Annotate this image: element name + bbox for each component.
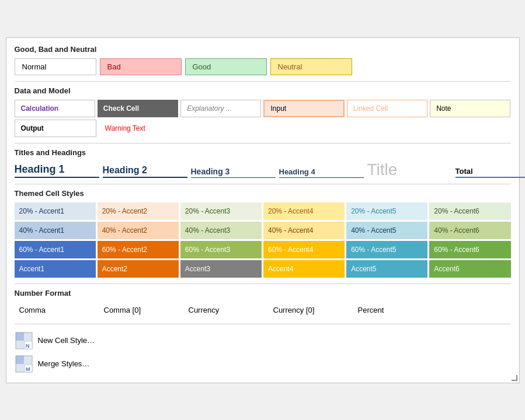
svg-text:N: N xyxy=(26,343,30,349)
accent3-40[interactable]: 40% - Accent3 xyxy=(180,222,262,239)
divider-1 xyxy=(15,81,511,82)
heading-4[interactable]: Heading 4 xyxy=(279,167,364,178)
themed-grid: 20% - Accent1 20% - Accent2 20% - Accent… xyxy=(15,202,511,278)
cell-linkedcell[interactable]: Linked Cell xyxy=(347,100,427,117)
new-style-icon: N xyxy=(15,331,33,350)
cell-calculation[interactable]: Calculation xyxy=(15,100,95,117)
divider-2 xyxy=(15,143,511,144)
divider-3 xyxy=(15,184,511,184)
svg-rect-5 xyxy=(16,356,24,364)
heading-3[interactable]: Heading 3 xyxy=(191,167,276,178)
cell-neutral[interactable]: Neutral xyxy=(270,58,352,75)
accent6-60[interactable]: 60% - Accent6 xyxy=(429,241,510,258)
accent3-60[interactable]: 60% - Accent3 xyxy=(180,241,262,258)
accent1-40[interactable]: 40% - Accent1 xyxy=(15,222,96,239)
nf-section-title: Number Format xyxy=(15,289,511,298)
divider-4 xyxy=(15,284,511,284)
nf-row: Comma Comma [0] Currency Currency [0] Pe… xyxy=(15,302,511,318)
accent6-full[interactable]: Accent6 xyxy=(429,260,510,278)
accent2-20[interactable]: 20% - Accent2 xyxy=(98,202,179,220)
accent6-40[interactable]: 40% - Accent6 xyxy=(429,222,510,239)
accent4-60[interactable]: 60% - Accent4 xyxy=(263,241,345,258)
merge-styles-label: Merge Styles… xyxy=(38,359,90,368)
cell-note[interactable]: Note xyxy=(430,100,510,117)
gbn-section-title: Good, Bad and Neutral xyxy=(15,45,511,54)
merge-styles-button[interactable]: M Merge Styles… xyxy=(15,355,511,373)
actions-section: N New Cell Style… M Merge Styles… xyxy=(15,331,511,373)
merge-style-icon: M xyxy=(15,355,33,373)
svg-rect-1 xyxy=(16,332,24,341)
accent4-full[interactable]: Accent4 xyxy=(263,260,345,278)
gbn-row: Normal Bad Good Neutral xyxy=(15,58,511,75)
dm-section-title: Data and Model xyxy=(15,86,511,95)
title-style[interactable]: Title xyxy=(367,162,452,178)
dm-grid-row2: Output Warning Text xyxy=(15,120,511,137)
nf-currency[interactable]: Currency xyxy=(184,302,269,318)
total-style[interactable]: Total xyxy=(456,167,526,178)
accent4-20[interactable]: 20% - Accent4 xyxy=(263,202,345,220)
accent5-full[interactable]: Accent5 xyxy=(346,260,427,278)
accent5-20[interactable]: 20% - Accent5 xyxy=(346,202,427,220)
accent2-full[interactable]: Accent2 xyxy=(98,260,179,278)
accent3-full[interactable]: Accent3 xyxy=(180,260,262,278)
accent1-20[interactable]: 20% - Accent1 xyxy=(15,202,96,220)
dm-grid-row1: Calculation Check Cell Explanatory ... I… xyxy=(15,100,511,117)
heading-2[interactable]: Heading 2 xyxy=(103,165,187,178)
accent5-40[interactable]: 40% - Accent5 xyxy=(346,222,427,239)
accent1-60[interactable]: 60% - Accent1 xyxy=(15,241,96,258)
accent3-20[interactable]: 20% - Accent3 xyxy=(180,202,262,220)
accent2-40[interactable]: 40% - Accent2 xyxy=(98,222,179,239)
divider-5 xyxy=(15,324,511,324)
resize-handle[interactable] xyxy=(512,375,517,381)
cell-explanatory[interactable]: Explanatory ... xyxy=(180,100,261,117)
themed-section-title: Themed Cell Styles xyxy=(15,189,511,198)
th-row: Heading 1 Heading 2 Heading 3 Heading 4 … xyxy=(15,162,511,178)
nf-currency0[interactable]: Currency [0] xyxy=(269,302,353,318)
accent2-60[interactable]: 60% - Accent2 xyxy=(98,241,179,258)
accent4-40[interactable]: 40% - Accent4 xyxy=(263,222,345,239)
accent1-full[interactable]: Accent1 xyxy=(15,260,96,278)
nf-percent[interactable]: Percent xyxy=(353,302,438,318)
accent6-20[interactable]: 20% - Accent6 xyxy=(429,202,510,220)
svg-text:M: M xyxy=(26,366,30,372)
nf-comma0[interactable]: Comma [0] xyxy=(99,302,184,318)
cell-normal[interactable]: Normal xyxy=(15,58,96,75)
cell-output[interactable]: Output xyxy=(15,120,96,137)
accent5-60[interactable]: 60% - Accent5 xyxy=(346,241,427,258)
cell-warningtext[interactable]: Warning Text xyxy=(99,120,152,137)
cell-styles-panel: Good, Bad and Neutral Normal Bad Good Ne… xyxy=(6,37,520,383)
th-section-title: Titles and Headings xyxy=(15,148,511,157)
cell-input[interactable]: Input xyxy=(263,100,344,117)
cell-good[interactable]: Good xyxy=(185,58,267,75)
new-cell-style-label: New Cell Style… xyxy=(38,336,95,345)
new-cell-style-button[interactable]: N New Cell Style… xyxy=(15,331,511,350)
nf-comma[interactable]: Comma xyxy=(15,302,99,318)
cell-checkcell[interactable]: Check Cell xyxy=(98,100,178,117)
cell-bad[interactable]: Bad xyxy=(100,58,182,75)
heading-1[interactable]: Heading 1 xyxy=(15,163,99,178)
